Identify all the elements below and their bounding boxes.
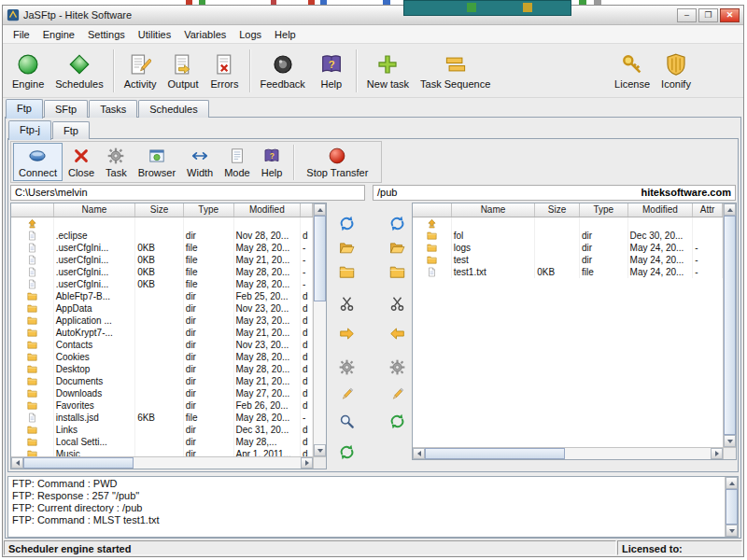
task-button[interactable]: Task bbox=[100, 143, 133, 181]
file-row[interactable]: DocumentsdirMay 21, 20...d bbox=[11, 375, 313, 387]
column-header[interactable] bbox=[11, 203, 54, 217]
help-button[interactable]: ?Help bbox=[311, 47, 352, 95]
edit-button[interactable] bbox=[387, 386, 407, 405]
column-header[interactable]: Attr bbox=[693, 203, 723, 217]
sync-button[interactable] bbox=[387, 216, 407, 234]
file-row[interactable]: foldirDec 30, 20... bbox=[413, 230, 723, 242]
folder-open-button[interactable] bbox=[387, 240, 407, 259]
file-row[interactable]: testdirMay 24, 20...- bbox=[413, 254, 723, 266]
tab-schedules[interactable]: Schedules bbox=[138, 100, 208, 118]
task-sequence-button[interactable]: Task Sequence bbox=[415, 47, 496, 95]
column-header[interactable]: Size bbox=[535, 203, 580, 217]
menu-item-utilities[interactable]: Utilities bbox=[132, 27, 177, 42]
parent-dir-row[interactable] bbox=[413, 217, 723, 230]
menu-item-logs[interactable]: Logs bbox=[233, 27, 268, 42]
tab-ftp[interactable]: Ftp bbox=[52, 121, 90, 139]
vertical-scrollbar[interactable] bbox=[313, 203, 326, 456]
license-button[interactable]: License bbox=[609, 47, 655, 95]
activity-button[interactable]: Activity bbox=[119, 47, 162, 95]
file-row[interactable]: .userCfgIni...0KBfileMay 21, 20...- bbox=[11, 254, 313, 266]
scroll-up-button[interactable] bbox=[726, 477, 738, 489]
output-button[interactable]: Output bbox=[162, 47, 204, 95]
scroll-right-button[interactable] bbox=[711, 448, 723, 459]
scroll-up-button[interactable] bbox=[314, 203, 326, 216]
column-header[interactable] bbox=[301, 203, 313, 217]
iconify-button[interactable]: Iconify bbox=[655, 47, 697, 95]
folder-open-button[interactable] bbox=[336, 240, 357, 259]
tab-tasks[interactable]: Tasks bbox=[89, 100, 137, 118]
schedules-button[interactable]: Schedules bbox=[49, 47, 108, 95]
cut-button[interactable] bbox=[336, 296, 357, 315]
file-row[interactable]: DownloadsdirMay 27, 20...d bbox=[11, 387, 313, 399]
file-row[interactable]: Application ...dirMay 23, 20...d bbox=[11, 315, 313, 327]
local-path-field[interactable]: C:\Users\melvin bbox=[10, 185, 365, 201]
column-header[interactable]: Name bbox=[54, 203, 135, 217]
horizontal-scrollbar[interactable] bbox=[413, 447, 723, 459]
column-header[interactable]: Type bbox=[184, 203, 234, 217]
feedback-button[interactable]: Feedback bbox=[255, 47, 311, 95]
file-row[interactable]: Local Setti...dirMay 28,...d bbox=[11, 436, 313, 448]
tab-ftp-j[interactable]: Ftp-j bbox=[8, 120, 51, 140]
vertical-scrollbar[interactable] bbox=[723, 203, 736, 447]
scrollbar-thumb[interactable] bbox=[425, 448, 565, 459]
scroll-down-button[interactable] bbox=[724, 435, 736, 447]
mode-button[interactable]: Mode bbox=[218, 143, 256, 181]
tab-ftp[interactable]: Ftp bbox=[6, 99, 43, 119]
parent-dir-row[interactable] bbox=[11, 217, 313, 230]
scroll-right-button[interactable] bbox=[301, 457, 313, 469]
gear-button[interactable] bbox=[387, 359, 407, 378]
file-row[interactable]: LinksdirDec 31, 20...d bbox=[11, 424, 313, 436]
file-row[interactable]: AbleFtp7-B...dirFeb 25, 20...d bbox=[11, 290, 313, 302]
scrollbar-thumb[interactable] bbox=[724, 216, 736, 435]
file-row[interactable]: MusicdirApr 1, 2011...d bbox=[11, 448, 313, 456]
scroll-left-button[interactable] bbox=[413, 448, 425, 459]
sync-button[interactable] bbox=[336, 216, 357, 234]
minimize-button[interactable]: – bbox=[677, 8, 697, 22]
file-row[interactable]: DesktopdirMay 28, 20...d bbox=[11, 363, 313, 375]
scrollbar-thumb[interactable] bbox=[314, 216, 326, 301]
scroll-down-button[interactable] bbox=[726, 525, 738, 537]
file-row[interactable]: AppDatadirNov 23, 20...d bbox=[11, 302, 313, 315]
file-row[interactable]: CookiesdirMay 28, 20...d bbox=[11, 351, 313, 363]
column-header[interactable]: Name bbox=[452, 203, 535, 217]
remote-path-field[interactable]: /pub hiteksoftware.com bbox=[373, 185, 736, 201]
arrow-right-button[interactable] bbox=[336, 326, 357, 344]
column-header[interactable]: Size bbox=[135, 203, 184, 217]
menu-item-engine[interactable]: Engine bbox=[36, 27, 81, 42]
vertical-scrollbar[interactable] bbox=[725, 477, 738, 537]
column-header[interactable] bbox=[413, 203, 452, 217]
file-row[interactable]: ContactsdirNov 23, 20...d bbox=[11, 339, 313, 351]
maximize-button[interactable]: ❐ bbox=[698, 8, 718, 22]
file-row[interactable]: test1.txt0KBfileMay 24, 20...- bbox=[413, 266, 723, 278]
menu-item-help[interactable]: Help bbox=[268, 27, 303, 42]
column-header[interactable]: Modified bbox=[234, 203, 302, 217]
refresh-button[interactable] bbox=[387, 413, 407, 432]
file-row[interactable]: installs.jsd6KBfileMay 28, 20...- bbox=[11, 412, 313, 424]
file-row[interactable]: .userCfgIni...0KBfileMay 28, 20...- bbox=[11, 242, 313, 254]
edit-button[interactable] bbox=[336, 386, 357, 405]
width-button[interactable]: Width bbox=[181, 143, 218, 181]
scroll-left-button[interactable] bbox=[11, 457, 23, 469]
tab-sftp[interactable]: SFtp bbox=[44, 100, 88, 118]
stop-transfer-button[interactable]: Stop Transfer bbox=[301, 143, 374, 181]
close-button[interactable]: ✕ bbox=[720, 8, 740, 22]
horizontal-scrollbar[interactable] bbox=[11, 456, 313, 469]
folder-new-button[interactable] bbox=[336, 264, 357, 283]
scroll-up-button[interactable] bbox=[724, 203, 736, 216]
column-header[interactable]: Type bbox=[580, 203, 628, 217]
help-button[interactable]: ?Help bbox=[256, 143, 289, 181]
browser-button[interactable]: Browser bbox=[133, 143, 181, 181]
menu-item-settings[interactable]: Settings bbox=[81, 27, 132, 42]
column-header[interactable]: Modified bbox=[628, 203, 694, 217]
file-row[interactable]: .userCfgIni...0KBfileMay 28, 20...- bbox=[11, 278, 313, 290]
scrollbar-thumb[interactable] bbox=[726, 489, 738, 525]
cut-button[interactable] bbox=[387, 296, 407, 315]
view-button[interactable] bbox=[336, 413, 357, 432]
file-row[interactable]: FavoritesdirFeb 26, 20...d bbox=[11, 399, 313, 412]
file-row[interactable]: .userCfgIni...0KBfileMay 28, 20...- bbox=[11, 266, 313, 278]
connect-button[interactable]: Connect bbox=[13, 143, 63, 181]
file-row[interactable]: logsdirMay 24, 20...- bbox=[413, 242, 723, 254]
menu-item-variables[interactable]: Variables bbox=[177, 27, 233, 42]
refresh-button[interactable] bbox=[336, 444, 357, 463]
errors-button[interactable]: Errors bbox=[204, 47, 246, 95]
